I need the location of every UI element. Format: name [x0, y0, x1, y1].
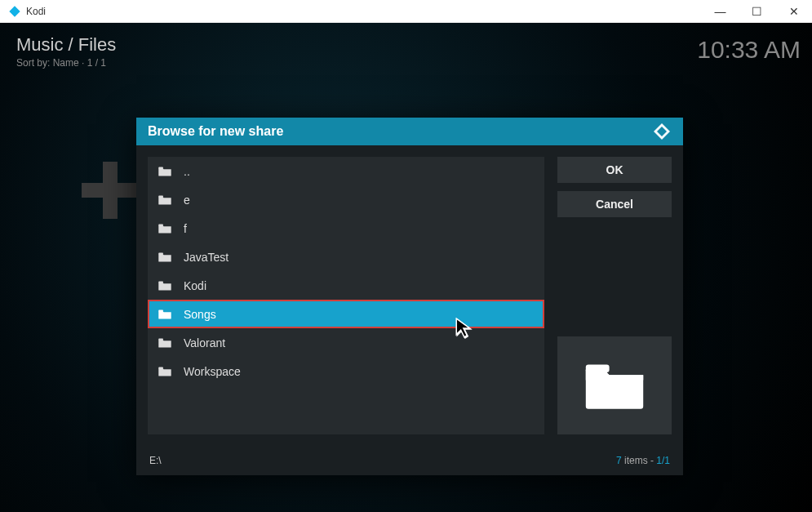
file-item-label: Valorant	[184, 336, 225, 349]
dialog-body: ..efJavaTestKodiSongsValorantWorkspace O…	[136, 145, 683, 446]
file-item[interactable]: JavaTest	[148, 243, 544, 271]
folder-icon	[158, 309, 172, 320]
file-item-label: JavaTest	[184, 251, 229, 264]
kodi-logo-icon	[652, 122, 672, 141]
dialog-header: Browse for new share	[136, 118, 683, 145]
window-title: Kodi	[26, 6, 702, 17]
file-list[interactable]: ..efJavaTestKodiSongsValorantWorkspace	[148, 157, 544, 434]
file-item-label: e	[184, 194, 190, 207]
dialog-footer: E:\ 7 items - 1/1	[136, 446, 683, 475]
svg-rect-7	[158, 367, 163, 368]
cancel-button[interactable]: Cancel	[557, 191, 672, 217]
mouse-cursor-icon	[455, 318, 475, 341]
window-controls: — ☐ ✕	[702, 0, 812, 23]
page-title: Music / Files	[16, 34, 116, 56]
folder-icon	[158, 223, 172, 234]
add-source-icon	[82, 162, 139, 219]
window-titlebar: Kodi — ☐ ✕	[0, 0, 812, 23]
browse-dialog: Browse for new share ..efJavaTestKodiSon…	[136, 118, 683, 475]
folder-icon	[158, 252, 172, 263]
file-item[interactable]: Workspace	[148, 357, 544, 385]
folder-preview-icon	[582, 359, 647, 412]
file-item-label: ..	[184, 165, 190, 178]
svg-rect-2	[158, 224, 163, 225]
minimize-button[interactable]: —	[702, 0, 739, 23]
dialog-side-pane: OK Cancel	[557, 157, 672, 434]
current-path: E:\	[149, 455, 616, 466]
dialog-title: Browse for new share	[148, 124, 652, 139]
svg-rect-6	[158, 338, 163, 340]
file-item[interactable]: Songs	[148, 300, 544, 328]
file-item-label: Workspace	[184, 365, 241, 378]
svg-rect-0	[158, 167, 163, 168]
svg-rect-8	[586, 364, 610, 372]
file-item[interactable]: e	[148, 185, 544, 214]
svg-rect-5	[158, 309, 163, 311]
file-item-label: Songs	[184, 308, 216, 321]
file-item-label: f	[184, 222, 187, 235]
file-item[interactable]: Valorant	[148, 328, 544, 357]
file-item[interactable]: Kodi	[148, 271, 544, 300]
folder-icon	[158, 280, 172, 292]
svg-rect-4	[158, 281, 163, 283]
svg-rect-3	[158, 252, 163, 254]
file-item[interactable]: f	[148, 214, 544, 243]
clock: 10:33 AM	[697, 36, 801, 64]
sort-label: Sort by: Name · 1 / 1	[16, 57, 116, 69]
folder-icon	[158, 166, 172, 177]
breadcrumb-area: Music / Files Sort by: Name · 1 / 1	[16, 34, 116, 69]
close-button[interactable]: ✕	[775, 0, 812, 23]
folder-icon	[158, 337, 172, 349]
file-item-label: Kodi	[184, 279, 206, 292]
folder-icon	[158, 194, 172, 206]
preview-pane	[557, 336, 672, 434]
app-background: Music / Files Sort by: Name · 1 / 1 10:3…	[0, 23, 812, 512]
maximize-button[interactable]: ☐	[739, 0, 775, 23]
svg-rect-1	[158, 195, 163, 197]
item-count: 7 items - 1/1	[616, 455, 670, 466]
folder-icon	[158, 366, 172, 377]
file-item[interactable]: ..	[148, 157, 544, 185]
ok-button[interactable]: OK	[557, 157, 672, 183]
kodi-app-icon	[8, 5, 21, 18]
